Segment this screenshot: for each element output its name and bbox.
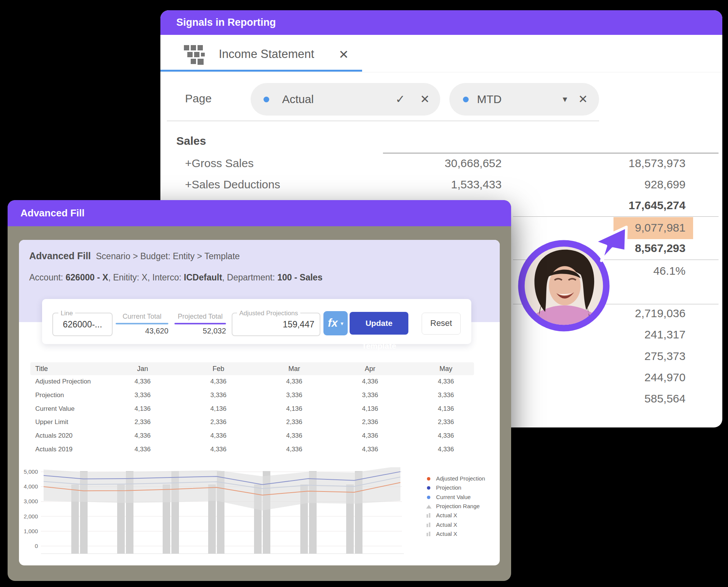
legend-label: Current Value <box>436 493 471 502</box>
row-value-col2: 275,373 <box>572 348 686 365</box>
table-cell: 4,336 <box>344 430 397 441</box>
report-rule <box>513 216 719 217</box>
legend-bars-icon <box>429 523 430 527</box>
legend-bars-icon <box>427 524 428 527</box>
table-row: Upper Limit2,3362,3362,3362,3362,336 <box>19 416 500 428</box>
table-row-title: Upper Limit <box>35 416 68 428</box>
projected-total-underline <box>174 323 226 324</box>
table-cell: 4,336 <box>344 444 397 455</box>
table-cell: 2,336 <box>419 416 472 428</box>
table-column-header: Feb <box>192 362 245 375</box>
legend-label: Actual X <box>436 520 457 529</box>
table-cell: 2,336 <box>192 416 245 428</box>
table-row-title: Actuals 2019 <box>35 444 72 455</box>
table-column-header: Jan <box>116 362 169 375</box>
caret-down-icon[interactable]: ▼ <box>561 83 569 116</box>
row-value-col2: 928,699 <box>572 176 686 193</box>
current-total-underline <box>116 323 168 324</box>
table-cell: 3,336 <box>344 390 397 401</box>
projected-total: Projected Total 52,032 <box>174 313 226 335</box>
formula-fx-button[interactable]: fx ▾ <box>323 311 348 335</box>
svg-text:5,000: 5,000 <box>24 468 38 475</box>
legend-dot-icon <box>427 477 430 481</box>
line-input[interactable]: Line 626000-... <box>52 313 113 336</box>
filter-chip-mtd[interactable]: MTD ▼ ✕ <box>449 83 599 116</box>
legend-bars-icon <box>429 513 430 518</box>
table-cell: 4,136 <box>268 403 321 415</box>
close-icon[interactable]: ✕ <box>578 83 588 116</box>
table-cell: 4,336 <box>116 444 169 455</box>
projected-total-label: Projected Total <box>174 313 226 321</box>
chip-dot-icon <box>463 97 469 102</box>
legend-label: Projection Range <box>436 502 480 511</box>
table-column-header: Apr <box>344 362 397 375</box>
table-cell: 2,336 <box>116 416 169 428</box>
table-cell: 4,336 <box>344 376 397 387</box>
table-cell: 4,336 <box>192 444 245 455</box>
table-cell: 3,336 <box>192 390 245 401</box>
table-row: Adjusted Projection4,3364,3364,3364,3364… <box>19 376 500 387</box>
table-row-title: Adjusted Projection <box>35 376 91 387</box>
panel-heading: Advanced Fill <box>29 250 91 261</box>
account-summary: Account: 626000 - X, Enitity: X, Interco… <box>29 272 322 283</box>
tab-close-icon[interactable]: ✕ <box>339 47 349 62</box>
row-label: +Sales Deductions <box>185 176 280 193</box>
legend-label: Actual X <box>436 529 457 538</box>
adjusted-projections-input[interactable]: Adjusted Projections 159,447 <box>232 313 320 336</box>
tabstrip-divider <box>160 72 722 72</box>
table-row-title: Current Value <box>35 403 75 415</box>
svg-text:3,000: 3,000 <box>24 498 38 504</box>
table-cell: 4,336 <box>192 376 245 387</box>
filter-chip-actual[interactable]: Actual ✓ ✕ <box>251 83 440 116</box>
table-row-title: Projection <box>35 390 64 401</box>
table-row-title: Actuals 2020 <box>35 430 72 441</box>
table-cell: 3,336 <box>268 390 321 401</box>
table-cell: 4,336 <box>116 376 169 387</box>
chip-label: Actual <box>282 83 314 116</box>
line-input-label: Line <box>58 310 75 317</box>
reset-button[interactable]: Reset <box>422 313 461 335</box>
chip-dot-icon <box>264 97 269 102</box>
report-row: +Gross Sales30,668,65218,573,973 <box>160 155 722 172</box>
update-template-button[interactable]: Update Template <box>350 312 408 335</box>
table-cell: 4,136 <box>419 403 472 415</box>
check-icon[interactable]: ✓ <box>395 83 405 116</box>
fill-form-card: Line 626000-... Current Total 43,620 Pro… <box>42 299 471 344</box>
row-label: +Gross Sales <box>185 155 254 172</box>
projected-total-value: 52,032 <box>174 327 226 335</box>
table-cell: 4,336 <box>268 444 321 455</box>
tab-income-statement[interactable]: Income Statement <box>219 47 314 61</box>
legend-item: Projection Range <box>425 502 497 511</box>
breadcrumb: Scenario > Budget: Entity > Template <box>96 251 240 261</box>
table-cell: 4,336 <box>419 444 472 455</box>
close-icon[interactable]: ✕ <box>420 83 430 116</box>
table-cell: 4,136 <box>344 403 397 415</box>
row-value-col2: 244,970 <box>572 369 686 386</box>
legend-item: Current Value <box>425 493 497 502</box>
svg-text:0: 0 <box>35 543 38 549</box>
filter-divider <box>167 121 599 121</box>
table-cell: 4,336 <box>268 376 321 387</box>
table-column-header: Mar <box>268 362 321 375</box>
table-header: TitleJanFebMarAprMay <box>30 362 474 375</box>
chip-label: MTD <box>477 83 502 116</box>
table-cell: 4,336 <box>419 430 472 441</box>
table-cell: 4,136 <box>192 403 245 415</box>
advanced-fill-panel: Advanced Fill Scenario > Budget: Entity … <box>19 240 500 565</box>
page-filter-label: Page <box>185 92 212 105</box>
table-cell: 2,336 <box>268 416 321 428</box>
table-cell: 4,336 <box>419 376 472 387</box>
signals-titlebar: Signals in Reporting <box>160 10 722 35</box>
table-column-header: Title <box>35 362 48 375</box>
svg-text:2,000: 2,000 <box>24 513 38 520</box>
table-cell: 4,336 <box>192 430 245 441</box>
current-total-value: 43,620 <box>116 327 168 335</box>
section-title-sales: Sales <box>176 135 206 147</box>
svg-text:1,000: 1,000 <box>24 528 38 534</box>
current-total: Current Total 43,620 <box>116 313 168 335</box>
window-title: Signals in Reporting <box>176 10 276 35</box>
report-top-rule <box>383 153 719 153</box>
row-value-col2: 585,564 <box>572 390 686 407</box>
table-cell: 2,336 <box>344 416 397 428</box>
legend-bars-icon <box>429 532 430 536</box>
